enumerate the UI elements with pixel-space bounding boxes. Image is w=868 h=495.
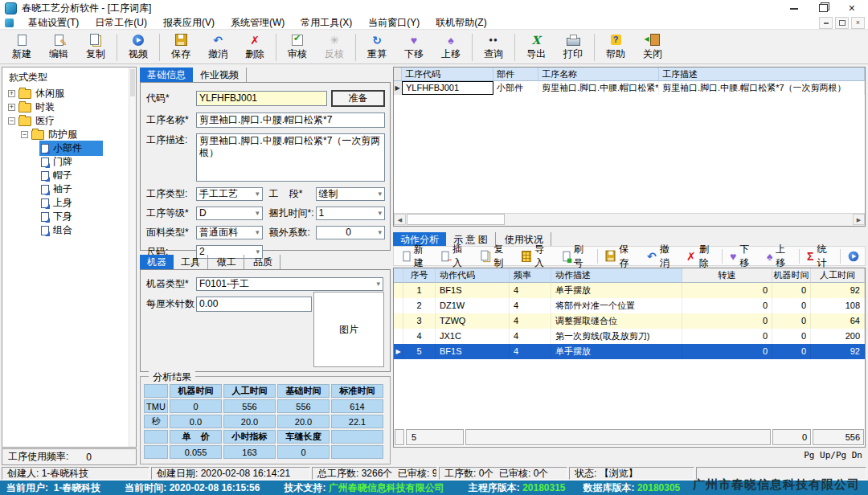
- tree-item-combo[interactable]: 组合: [2, 223, 136, 237]
- action-button-renumber[interactable]: 刷号: [557, 248, 596, 265]
- action-row[interactable]: 3 TZWQ 4 调整握取缝合位 0 0 64: [394, 313, 865, 329]
- process-table-row[interactable]: ▶ YLFHFBJ001 小部件 剪里袖口.脚口.中腰.帽口松紧*7 剪里袖口.…: [394, 81, 865, 95]
- toolbar-button-edit[interactable]: 编辑: [40, 31, 77, 63]
- action-button-insert[interactable]: 插入: [436, 248, 474, 265]
- action-button-delete[interactable]: 删除: [681, 248, 720, 265]
- code-label: 代码*: [146, 92, 196, 105]
- col-process-desc[interactable]: 工序描述: [659, 68, 865, 81]
- toolbar-button-print[interactable]: 打印: [555, 31, 592, 63]
- toolbar-button-move-up[interactable]: 上移: [432, 31, 469, 63]
- tree-item-fashion[interactable]: +时装: [2, 100, 136, 114]
- toolbar-button-help[interactable]: 帮助: [597, 31, 634, 63]
- process-name-input[interactable]: [196, 112, 385, 128]
- close-icon[interactable]: ×: [849, 2, 855, 14]
- toolbar-button-audit[interactable]: 审核: [279, 31, 316, 63]
- tree-item-door-tag[interactable]: 门牌: [2, 155, 136, 169]
- col-machine-time[interactable]: 机器时间: [772, 268, 811, 283]
- toolbar-button-recalculate[interactable]: 重算: [358, 31, 395, 63]
- col-speed[interactable]: 转速: [682, 268, 772, 283]
- horizontal-scrollbar[interactable]: ◀ ▶: [394, 213, 865, 226]
- toolbar-button-close[interactable]: 关闭: [634, 31, 671, 63]
- menu-tools[interactable]: 常用工具(X): [293, 16, 360, 30]
- tree-item-sleeve[interactable]: 袖子: [2, 182, 136, 196]
- menu-basic-settings[interactable]: 基础设置(T): [20, 16, 87, 30]
- menu-daily-work[interactable]: 日常工作(U): [87, 16, 155, 30]
- tab-basic-info[interactable]: 基础信息: [140, 68, 193, 82]
- stitch-density-input[interactable]: [196, 297, 312, 312]
- col-frequency[interactable]: 频率: [510, 268, 551, 283]
- scroll-left-icon[interactable]: ◀: [394, 214, 406, 225]
- col-process-code[interactable]: 工序代码: [402, 68, 493, 81]
- col-labor-time[interactable]: 人工时间: [811, 268, 865, 283]
- tree-item-casual[interactable]: +休闲服: [2, 87, 136, 100]
- scroll-right-icon[interactable]: ▶: [853, 214, 865, 225]
- menu-reports[interactable]: 报表应用(V): [155, 16, 223, 30]
- mdi-restore-icon[interactable]: [835, 17, 849, 29]
- tab-machine[interactable]: 机器: [140, 255, 174, 269]
- action-button-save[interactable]: 保存: [600, 248, 641, 265]
- process-desc-textarea[interactable]: 剪里袖口.脚口.中腰.帽口松紧*7（一次剪两根）: [196, 133, 385, 182]
- segment-select[interactable]: 缝制▾: [316, 187, 385, 201]
- action-row[interactable]: 4 JX1C 4 第一次剪线(取及放剪刀) 0 0 200: [394, 329, 865, 344]
- insert-icon: [442, 251, 449, 261]
- action-row-selected[interactable]: ▶ 5 BF1S 4 单手摆放 0 0 92: [394, 344, 865, 359]
- mdi-close-icon[interactable]: ×: [851, 17, 865, 29]
- tab-quality[interactable]: 品质: [246, 255, 280, 269]
- tree-item-hat[interactable]: 帽子: [2, 169, 136, 182]
- scrollbar-thumb[interactable]: [407, 214, 505, 225]
- tree-item-medical[interactable]: −医疗: [2, 114, 136, 128]
- toolbar-button-copy[interactable]: 复制: [77, 31, 114, 63]
- toolbar-button-move-down[interactable]: 下移: [395, 31, 432, 63]
- toolbar-button-save[interactable]: 保存: [162, 31, 199, 63]
- toolbar-button-delete[interactable]: 删除: [236, 31, 273, 63]
- tree-item-upper-body[interactable]: 上身: [2, 196, 136, 210]
- action-button-video[interactable]: [842, 248, 865, 265]
- action-button-undo[interactable]: 撤消: [641, 248, 681, 265]
- tree-expand-icon[interactable]: +: [8, 104, 15, 111]
- extra-factor-spinner[interactable]: 0▾: [316, 226, 385, 239]
- code-input[interactable]: [196, 91, 327, 106]
- tab-workmanship[interactable]: 做工: [210, 255, 244, 269]
- action-button-copy[interactable]: 复制: [475, 248, 516, 265]
- fabric-type-select[interactable]: 普通面料▾: [196, 226, 263, 239]
- col-process-name[interactable]: 工序名称: [538, 68, 659, 81]
- mdi-minimize-icon[interactable]: [819, 17, 833, 29]
- tree-item-lower-body[interactable]: 下身: [2, 210, 136, 223]
- machine-type-select[interactable]: F0101-手工▾: [196, 277, 383, 291]
- toolbar-button-video[interactable]: 视频: [120, 31, 157, 63]
- tree-expand-icon[interactable]: +: [8, 90, 15, 97]
- scrollbar-thumb[interactable]: [130, 69, 135, 96]
- action-button-statistics[interactable]: 统计: [801, 248, 838, 265]
- action-row[interactable]: 2 DZ1W 4 将部件对准一个位置 0 0 108: [394, 298, 865, 313]
- restore-icon[interactable]: [819, 4, 828, 12]
- grade-select[interactable]: D▾: [196, 207, 263, 220]
- action-row[interactable]: 1 BF1S 4 单手摆放 0 0 92: [394, 283, 865, 298]
- process-type-select[interactable]: 手工工艺▾: [196, 187, 263, 201]
- bundle-time-select[interactable]: 1▾: [316, 207, 385, 220]
- tree-collapse-icon[interactable]: −: [8, 117, 15, 125]
- col-seq[interactable]: 序号: [403, 268, 436, 283]
- stitch-density-label: 每厘米针数: [146, 297, 196, 311]
- tree-item-small-parts[interactable]: 小部件: [2, 141, 136, 155]
- action-button-new[interactable]: 新建: [397, 248, 436, 265]
- menu-system[interactable]: 系统管理(W): [223, 16, 293, 30]
- col-part[interactable]: 部件: [493, 68, 538, 81]
- tab-tool[interactable]: 工具: [174, 255, 208, 269]
- tree-scrollbar[interactable]: [129, 68, 136, 447]
- action-button-import[interactable]: 导入: [516, 248, 557, 265]
- toolbar-button-search[interactable]: 查询: [475, 31, 512, 63]
- col-action-desc[interactable]: 动作描述: [551, 268, 682, 283]
- toolbar-button-undo[interactable]: 撤消: [199, 31, 236, 63]
- toolbar-button-export[interactable]: 导出: [518, 31, 555, 63]
- menu-help[interactable]: 联机帮助(Z): [428, 16, 494, 30]
- tree-item-protective[interactable]: −防护服: [2, 128, 136, 141]
- minimize-icon[interactable]: [790, 7, 798, 10]
- menu-current-window[interactable]: 当前窗口(Y): [360, 16, 428, 30]
- toolbar-button-new[interactable]: 新建: [3, 31, 40, 63]
- tree-collapse-icon[interactable]: −: [21, 131, 28, 138]
- prepare-button[interactable]: 准备: [331, 90, 385, 107]
- action-button-move-up[interactable]: 上移: [761, 248, 797, 265]
- tab-work-video[interactable]: 作业视频: [193, 68, 247, 82]
- col-action-code[interactable]: 动作代码: [436, 268, 510, 283]
- action-button-move-down[interactable]: 下移: [724, 248, 761, 265]
